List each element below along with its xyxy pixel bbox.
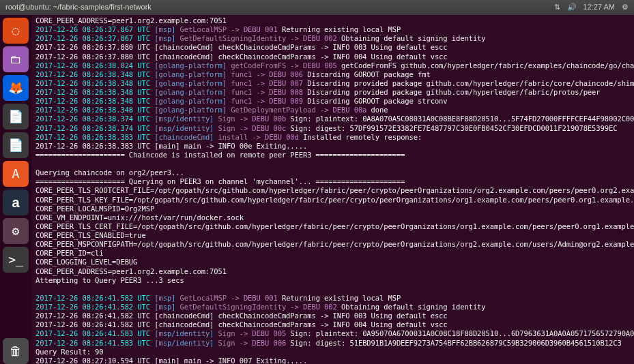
window-title-bar: root@ubuntu: ~/fabric-samples/first-netw… <box>0 0 634 15</box>
volume-icon[interactable]: 🔊 <box>567 3 577 12</box>
launcher-bar: ◌ 🗀 🦊 📄 📄 A a ⚙ >_ 🗑 <box>0 15 31 364</box>
launcher-dash-icon[interactable]: ◌ <box>3 18 29 44</box>
launcher-libreoffice2-icon[interactable]: 📄 <box>3 132 29 158</box>
launcher-software-icon[interactable]: A <box>3 161 29 187</box>
launcher-trash-icon[interactable]: 🗑 <box>3 338 29 364</box>
terminal-output[interactable]: CORE_PEER_ADDRESS=peer1.org2.example.com… <box>31 15 634 364</box>
network-icon[interactable]: ⇅ <box>554 3 560 12</box>
launcher-terminal-icon[interactable]: >_ <box>3 247 29 273</box>
launcher-firefox-icon[interactable]: 🦊 <box>3 75 29 101</box>
launcher-files-icon[interactable]: 🗀 <box>3 46 29 72</box>
launcher-settings-icon[interactable]: ⚙ <box>3 218 29 244</box>
clock[interactable]: 12:27 AM <box>583 3 615 12</box>
launcher-amazon-icon[interactable]: a <box>3 189 29 215</box>
window-title: root@ubuntu: ~/fabric-samples/first-netw… <box>5 3 554 12</box>
launcher-libreoffice1-icon[interactable]: 📄 <box>3 104 29 130</box>
gear-icon[interactable]: ⚙ <box>622 3 629 12</box>
